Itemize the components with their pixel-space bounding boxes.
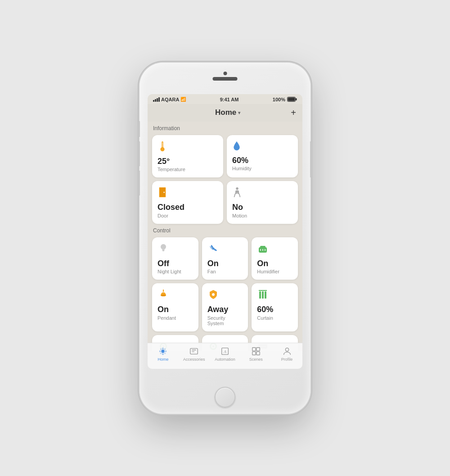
svg-point-40 bbox=[162, 348, 164, 349]
add-button[interactable]: + bbox=[291, 108, 296, 118]
curtain-value: 60% bbox=[257, 305, 292, 315]
security-card[interactable]: Away Security System bbox=[202, 283, 248, 331]
svg-rect-54 bbox=[256, 352, 260, 355]
tab-accessories[interactable]: Accessories bbox=[179, 346, 210, 362]
humidifier-card[interactable]: On Humidifier bbox=[252, 237, 298, 280]
svg-rect-46 bbox=[190, 349, 198, 354]
battery-label: 100% bbox=[273, 97, 285, 102]
light-icon bbox=[158, 243, 193, 256]
volume-down-button[interactable] bbox=[138, 171, 140, 195]
door-icon bbox=[158, 186, 218, 200]
fan-card[interactable]: On Fan bbox=[202, 237, 248, 280]
svg-rect-11 bbox=[162, 249, 165, 250]
security-label: Security System bbox=[207, 315, 243, 326]
svg-rect-53 bbox=[252, 352, 256, 355]
humidity-label: Humidity bbox=[232, 166, 292, 171]
tab-profile[interactable]: Profile bbox=[271, 346, 302, 362]
app-header: Home ▾ + bbox=[148, 104, 302, 122]
home-tab-icon bbox=[158, 346, 168, 356]
humidifier-label: Humidifier bbox=[257, 269, 292, 274]
svg-point-20 bbox=[161, 295, 166, 296]
profile-tab-label: Profile bbox=[281, 357, 293, 362]
temperature-label: Temperature bbox=[158, 167, 218, 172]
svg-point-42 bbox=[160, 349, 162, 350]
night-light-value: Off bbox=[158, 259, 193, 269]
temperature-value: 25° bbox=[158, 157, 218, 167]
fan-value: On bbox=[207, 259, 243, 269]
information-section-label: Information bbox=[152, 125, 298, 131]
mute-button[interactable] bbox=[138, 121, 140, 137]
control-row-1: Off Night Light On bbox=[152, 237, 298, 280]
home-button[interactable] bbox=[215, 387, 235, 408]
door-label: Door bbox=[158, 213, 218, 218]
scenes-tab-label: Scenes bbox=[249, 357, 263, 362]
svg-point-38 bbox=[159, 350, 161, 352]
tab-automation[interactable]: A Automation bbox=[210, 346, 241, 362]
phone-frame: AQARA 📶 9:41 AM 100% Home bbox=[140, 63, 310, 414]
temperature-card[interactable]: 25° Temperature bbox=[152, 135, 223, 178]
svg-point-39 bbox=[165, 350, 167, 352]
pendant-card[interactable]: On Pendant bbox=[152, 283, 198, 331]
info-row-1: 25° Temperature 60% Humidity bbox=[152, 135, 298, 178]
accessories-tab-icon bbox=[189, 346, 199, 356]
phone-body: AQARA 📶 9:41 AM 100% Home bbox=[140, 63, 310, 414]
curtain-icon bbox=[257, 289, 292, 302]
automation-tab-label: Automation bbox=[215, 357, 235, 362]
svg-point-43 bbox=[164, 349, 166, 350]
night-light-label: Night Light bbox=[158, 269, 193, 274]
status-bar: AQARA 📶 9:41 AM 100% bbox=[148, 94, 302, 104]
svg-point-9 bbox=[236, 187, 238, 190]
control-row-2: On Pendant Away Security System bbox=[152, 283, 298, 331]
svg-rect-51 bbox=[252, 348, 256, 351]
tab-home[interactable]: Home bbox=[148, 346, 179, 362]
accessories-tab-label: Accessories bbox=[183, 357, 205, 362]
phone-top-area bbox=[213, 72, 238, 81]
fan-label: Fan bbox=[207, 269, 243, 274]
curtain-label: Curtain bbox=[257, 315, 292, 321]
home-title-text: Home bbox=[215, 108, 236, 117]
humidity-card[interactable]: 60% Humidity bbox=[227, 135, 298, 178]
tab-scenes[interactable]: Scenes bbox=[240, 346, 271, 362]
fan-icon bbox=[207, 243, 243, 256]
svg-point-21 bbox=[212, 293, 215, 296]
humidity-value: 60% bbox=[232, 156, 292, 166]
volume-up-button[interactable] bbox=[138, 141, 140, 166]
security-value: Away bbox=[207, 305, 243, 315]
status-right: 100% bbox=[273, 97, 297, 102]
svg-point-4 bbox=[160, 147, 164, 151]
svg-point-45 bbox=[164, 353, 166, 354]
motion-label: Motion bbox=[232, 213, 292, 218]
motion-value: No bbox=[232, 203, 292, 213]
svg-rect-12 bbox=[162, 250, 164, 251]
signal-icon bbox=[153, 97, 160, 102]
svg-text:A: A bbox=[223, 349, 226, 354]
battery-icon bbox=[287, 97, 297, 102]
header-title: Home ▾ bbox=[215, 108, 240, 117]
pendant-value: On bbox=[158, 305, 193, 315]
carrier-label: AQARA bbox=[161, 97, 179, 102]
security-icon bbox=[207, 289, 243, 302]
screen: AQARA 📶 9:41 AM 100% Home bbox=[148, 94, 302, 369]
svg-rect-52 bbox=[256, 348, 260, 351]
info-row-2: Closed Door No Mot bbox=[152, 181, 298, 224]
night-light-card[interactable]: Off Night Light bbox=[152, 237, 198, 280]
humidifier-icon bbox=[257, 243, 292, 256]
motion-icon bbox=[232, 186, 292, 200]
speaker bbox=[213, 77, 238, 81]
curtain-card[interactable]: 60% Curtain bbox=[252, 283, 298, 331]
automation-tab-icon: A bbox=[220, 346, 230, 356]
app-content: Information 25° Temperature bbox=[148, 122, 302, 351]
home-tab-label: Home bbox=[158, 357, 168, 362]
motion-card[interactable]: No Motion bbox=[227, 181, 298, 224]
svg-rect-2 bbox=[296, 98, 297, 100]
control-section-label: Control bbox=[152, 227, 298, 234]
status-time: 9:41 AM bbox=[220, 97, 239, 102]
svg-rect-25 bbox=[265, 291, 266, 299]
humidifier-value: On bbox=[257, 259, 292, 269]
power-button[interactable] bbox=[310, 141, 312, 177]
svg-rect-5 bbox=[162, 142, 163, 147]
door-card[interactable]: Closed Door bbox=[152, 181, 223, 224]
svg-rect-24 bbox=[262, 291, 264, 299]
svg-point-41 bbox=[162, 354, 164, 355]
svg-rect-1 bbox=[288, 98, 295, 101]
